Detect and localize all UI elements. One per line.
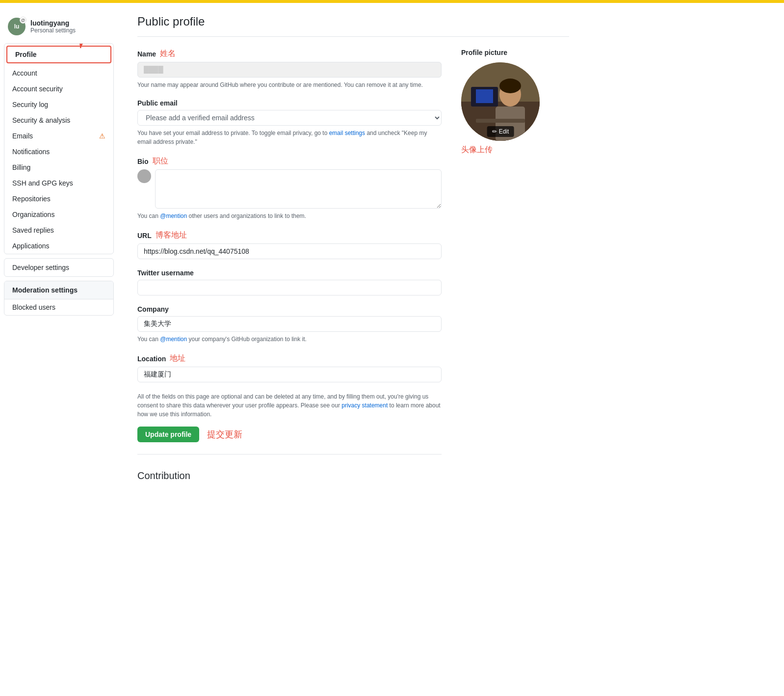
bio-field-group: Bio 职位 You can @mention other users and … xyxy=(137,156,442,220)
sidebar-item-emails[interactable]: Emails ⚠ xyxy=(4,128,113,144)
user-name: luotingyang xyxy=(30,19,76,27)
location-field-group: Location 地址 xyxy=(137,353,442,382)
avatar: lu xyxy=(8,18,26,35)
url-input[interactable] xyxy=(137,243,442,259)
personal-settings-group: Profile Account Account security xyxy=(4,43,114,254)
sidebar-item-notifications[interactable]: Notifications xyxy=(4,144,113,160)
main-content: Public profile Name 姓名 Your name may app… xyxy=(118,3,589,696)
sidebar-item-saved-replies[interactable]: Saved replies xyxy=(4,222,113,238)
sidebar-item-applications[interactable]: Applications xyxy=(4,238,113,254)
bio-hint: You can @mention other users and organiz… xyxy=(137,212,442,220)
company-hint: You can @mention your company's GitHub o… xyxy=(137,335,442,344)
avatar-container: ✏ Edit xyxy=(461,62,540,141)
company-field-group: Company You can @mention your company's … xyxy=(137,305,442,344)
contributions-title: Contribution xyxy=(137,466,442,482)
sidebar-item-developer-settings[interactable]: Developer settings xyxy=(4,259,113,276)
bio-avatar xyxy=(137,169,151,183)
twitter-label: Twitter username xyxy=(137,269,442,277)
url-label: URL 博客地址 xyxy=(137,230,442,241)
email-hint: You have set your email address to priva… xyxy=(137,129,442,146)
url-field-group: URL 博客地址 xyxy=(137,230,442,259)
email-label: Public email xyxy=(137,99,442,107)
svg-rect-4 xyxy=(476,89,493,103)
location-label: Location 地址 xyxy=(137,353,442,364)
profile-picture-title: Profile picture xyxy=(461,49,569,56)
page-title: Public profile xyxy=(137,15,569,37)
email-settings-link[interactable]: email settings xyxy=(329,130,365,136)
profile-layout: Name 姓名 Your name may appear around GitH… xyxy=(137,49,569,482)
name-label: Name 姓名 xyxy=(137,49,442,59)
moderation-settings-header: Moderation settings xyxy=(4,281,113,299)
company-label: Company xyxy=(137,305,442,313)
url-label-cn: 博客地址 xyxy=(156,230,187,241)
privacy-hint: All of the fields on this page are optio… xyxy=(137,392,442,419)
twitter-input[interactable] xyxy=(137,280,442,295)
sidebar: lu luotingyang Personal settings Profile xyxy=(0,3,118,696)
developer-settings-group: Developer settings xyxy=(4,258,114,277)
svg-rect-9 xyxy=(476,119,525,123)
name-label-cn: 姓名 xyxy=(160,49,176,59)
location-input[interactable] xyxy=(137,367,442,382)
form-section: Name 姓名 Your name may appear around GitH… xyxy=(137,49,442,482)
bio-input-container xyxy=(137,169,442,209)
sidebar-item-organizations[interactable]: Organizations xyxy=(4,207,113,222)
user-subtitle: Personal settings xyxy=(30,27,76,34)
sidebar-item-account-security[interactable]: Account security xyxy=(4,81,113,97)
svg-point-8 xyxy=(504,96,512,102)
moderation-settings-group: Moderation settings Blocked users xyxy=(4,281,114,316)
name-input[interactable] xyxy=(137,62,442,78)
warning-icon: ⚠ xyxy=(99,132,105,140)
bio-label: Bio 职位 xyxy=(137,156,442,166)
bio-textarea[interactable] xyxy=(155,169,442,209)
sidebar-item-security-analysis[interactable]: Security & analysis xyxy=(4,112,113,128)
name-field-group: Name 姓名 Your name may appear around GitH… xyxy=(137,49,442,89)
sidebar-item-billing[interactable]: Billing xyxy=(4,160,113,175)
edit-avatar-button[interactable]: ✏ Edit xyxy=(487,126,514,137)
avatar-upload-hint: 头像上传 xyxy=(461,145,569,155)
user-info: lu luotingyang Personal settings xyxy=(0,13,118,43)
privacy-link[interactable]: privacy statement xyxy=(341,402,388,409)
update-cn-label: 提交更新 xyxy=(207,428,242,440)
picture-section: Profile picture xyxy=(461,49,569,482)
bio-label-cn: 职位 xyxy=(153,156,168,166)
sidebar-item-ssh-gpg[interactable]: SSH and GPG keys xyxy=(4,175,113,191)
company-input[interactable] xyxy=(137,316,442,332)
svg-point-6 xyxy=(499,79,521,93)
location-label-cn: 地址 xyxy=(170,353,185,364)
email-select[interactable]: Please add a verified email address xyxy=(137,110,442,126)
name-hint: Your name may appear around GitHub where… xyxy=(137,80,442,89)
email-field-group: Public email Please add a verified email… xyxy=(137,99,442,146)
twitter-field-group: Twitter username xyxy=(137,269,442,295)
update-row: Update profile 提交更新 xyxy=(137,427,442,442)
sidebar-item-profile[interactable]: Profile xyxy=(6,46,111,63)
update-profile-button[interactable]: Update profile xyxy=(137,427,199,442)
section-divider xyxy=(137,454,442,455)
sidebar-item-repositories[interactable]: Repositories xyxy=(4,191,113,207)
user-details: luotingyang Personal settings xyxy=(30,19,76,34)
sidebar-item-account[interactable]: Account xyxy=(4,65,113,81)
sidebar-item-security-log[interactable]: Security log xyxy=(4,97,113,112)
sidebar-item-blocked-users[interactable]: Blocked users xyxy=(4,299,113,315)
edit-pencil-icon: ✏ xyxy=(492,128,497,135)
